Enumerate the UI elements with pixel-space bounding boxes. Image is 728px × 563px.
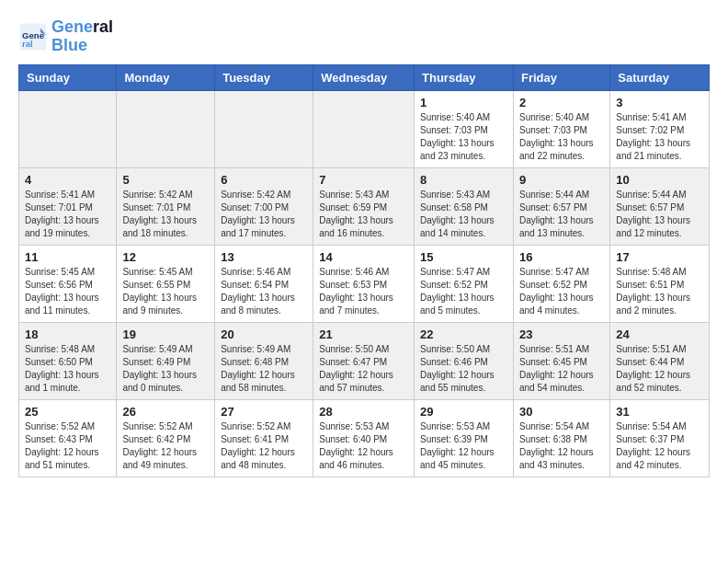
day-number: 5	[122, 173, 209, 187]
day-number: 9	[519, 173, 604, 187]
calendar-cell: 31Sunrise: 5:54 AM Sunset: 6:37 PM Dayli…	[610, 399, 710, 477]
day-number: 11	[25, 250, 110, 264]
calendar-cell: 9Sunrise: 5:44 AM Sunset: 6:57 PM Daylig…	[513, 167, 609, 245]
calendar-cell: 13Sunrise: 5:46 AM Sunset: 6:54 PM Dayli…	[215, 245, 313, 322]
calendar-cell: 24Sunrise: 5:51 AM Sunset: 6:44 PM Dayli…	[610, 322, 710, 399]
day-number: 18	[25, 327, 110, 341]
calendar-cell: 4Sunrise: 5:41 AM Sunset: 7:01 PM Daylig…	[19, 167, 117, 245]
day-number: 10	[616, 173, 703, 187]
day-info: Sunrise: 5:50 AM Sunset: 6:46 PM Dayligh…	[420, 343, 507, 395]
day-info: Sunrise: 5:48 AM Sunset: 6:50 PM Dayligh…	[25, 343, 110, 395]
calendar-cell: 14Sunrise: 5:46 AM Sunset: 6:53 PM Dayli…	[313, 245, 415, 322]
day-number: 12	[122, 250, 209, 264]
calendar-cell: 5Sunrise: 5:42 AM Sunset: 7:01 PM Daylig…	[117, 167, 215, 245]
calendar-cell: 29Sunrise: 5:53 AM Sunset: 6:39 PM Dayli…	[415, 399, 514, 477]
day-info: Sunrise: 5:41 AM Sunset: 7:02 PM Dayligh…	[616, 111, 703, 163]
day-number: 20	[221, 327, 307, 341]
day-info: Sunrise: 5:52 AM Sunset: 6:42 PM Dayligh…	[122, 420, 209, 472]
calendar-cell: 7Sunrise: 5:43 AM Sunset: 6:59 PM Daylig…	[313, 167, 415, 245]
calendar-cell: 12Sunrise: 5:45 AM Sunset: 6:55 PM Dayli…	[117, 245, 215, 322]
day-info: Sunrise: 5:44 AM Sunset: 6:57 PM Dayligh…	[616, 189, 703, 240]
day-number: 30	[519, 405, 604, 419]
calendar-cell: 2Sunrise: 5:40 AM Sunset: 7:03 PM Daylig…	[513, 90, 609, 167]
calendar-cell: 3Sunrise: 5:41 AM Sunset: 7:02 PM Daylig…	[610, 90, 710, 167]
day-info: Sunrise: 5:47 AM Sunset: 6:52 PM Dayligh…	[420, 266, 507, 317]
day-info: Sunrise: 5:42 AM Sunset: 7:01 PM Dayligh…	[122, 189, 209, 240]
day-number: 23	[519, 327, 604, 341]
week-row-1: 1Sunrise: 5:40 AM Sunset: 7:03 PM Daylig…	[19, 90, 710, 167]
logo: Gene ral General Blue	[18, 18, 113, 55]
calendar-cell: 11Sunrise: 5:45 AM Sunset: 6:56 PM Dayli…	[19, 245, 117, 322]
day-info: Sunrise: 5:45 AM Sunset: 6:55 PM Dayligh…	[122, 266, 209, 317]
calendar-cell: 19Sunrise: 5:49 AM Sunset: 6:49 PM Dayli…	[117, 322, 215, 399]
day-info: Sunrise: 5:43 AM Sunset: 6:58 PM Dayligh…	[420, 189, 507, 240]
calendar-cell: 15Sunrise: 5:47 AM Sunset: 6:52 PM Dayli…	[415, 245, 514, 322]
week-row-4: 18Sunrise: 5:48 AM Sunset: 6:50 PM Dayli…	[19, 322, 710, 399]
calendar-cell: 18Sunrise: 5:48 AM Sunset: 6:50 PM Dayli…	[19, 322, 117, 399]
week-row-2: 4Sunrise: 5:41 AM Sunset: 7:01 PM Daylig…	[19, 167, 710, 245]
calendar-cell: 23Sunrise: 5:51 AM Sunset: 6:45 PM Dayli…	[513, 322, 609, 399]
day-number: 27	[221, 405, 307, 419]
day-number: 25	[25, 405, 110, 419]
calendar-cell: 28Sunrise: 5:53 AM Sunset: 6:40 PM Dayli…	[313, 399, 415, 477]
day-number: 16	[519, 250, 604, 264]
calendar: SundayMondayTuesdayWednesdayThursdayFrid…	[18, 64, 710, 477]
day-number: 22	[420, 327, 507, 341]
week-row-3: 11Sunrise: 5:45 AM Sunset: 6:56 PM Dayli…	[19, 245, 710, 322]
calendar-cell	[117, 90, 215, 167]
header: Gene ral General Blue	[18, 18, 710, 55]
day-info: Sunrise: 5:42 AM Sunset: 7:00 PM Dayligh…	[221, 189, 307, 240]
day-number: 19	[122, 327, 209, 341]
day-number: 6	[221, 173, 307, 187]
logo-text-line1: General	[51, 18, 113, 37]
calendar-cell: 20Sunrise: 5:49 AM Sunset: 6:48 PM Dayli…	[215, 322, 313, 399]
calendar-cell: 30Sunrise: 5:54 AM Sunset: 6:38 PM Dayli…	[513, 399, 609, 477]
day-info: Sunrise: 5:50 AM Sunset: 6:47 PM Dayligh…	[319, 343, 408, 395]
day-info: Sunrise: 5:49 AM Sunset: 6:49 PM Dayligh…	[122, 343, 209, 395]
day-info: Sunrise: 5:43 AM Sunset: 6:59 PM Dayligh…	[319, 189, 408, 240]
week-row-5: 25Sunrise: 5:52 AM Sunset: 6:43 PM Dayli…	[19, 399, 710, 477]
day-info: Sunrise: 5:46 AM Sunset: 6:53 PM Dayligh…	[319, 266, 408, 317]
calendar-cell: 8Sunrise: 5:43 AM Sunset: 6:58 PM Daylig…	[415, 167, 514, 245]
calendar-cell: 1Sunrise: 5:40 AM Sunset: 7:03 PM Daylig…	[415, 90, 514, 167]
weekday-header-monday: Monday	[117, 64, 215, 90]
logo-text-line2: Blue	[51, 37, 113, 55]
day-number: 2	[519, 96, 604, 109]
calendar-cell	[215, 90, 313, 167]
day-info: Sunrise: 5:40 AM Sunset: 7:03 PM Dayligh…	[420, 111, 507, 163]
svg-text:ral: ral	[22, 39, 33, 49]
calendar-cell: 6Sunrise: 5:42 AM Sunset: 7:00 PM Daylig…	[215, 167, 313, 245]
day-info: Sunrise: 5:52 AM Sunset: 6:43 PM Dayligh…	[25, 420, 110, 472]
calendar-cell	[313, 90, 415, 167]
weekday-header-sunday: Sunday	[19, 64, 117, 90]
day-number: 29	[420, 405, 507, 419]
day-info: Sunrise: 5:52 AM Sunset: 6:41 PM Dayligh…	[221, 420, 307, 472]
day-info: Sunrise: 5:51 AM Sunset: 6:44 PM Dayligh…	[616, 343, 703, 395]
day-info: Sunrise: 5:47 AM Sunset: 6:52 PM Dayligh…	[519, 266, 604, 317]
calendar-cell: 10Sunrise: 5:44 AM Sunset: 6:57 PM Dayli…	[610, 167, 710, 245]
day-number: 14	[319, 250, 408, 264]
calendar-cell: 22Sunrise: 5:50 AM Sunset: 6:46 PM Dayli…	[415, 322, 514, 399]
day-info: Sunrise: 5:49 AM Sunset: 6:48 PM Dayligh…	[221, 343, 307, 395]
day-number: 15	[420, 250, 507, 264]
calendar-cell: 27Sunrise: 5:52 AM Sunset: 6:41 PM Dayli…	[215, 399, 313, 477]
weekday-header-friday: Friday	[513, 64, 609, 90]
day-info: Sunrise: 5:48 AM Sunset: 6:51 PM Dayligh…	[616, 266, 703, 317]
weekday-header-wednesday: Wednesday	[313, 64, 415, 90]
day-info: Sunrise: 5:54 AM Sunset: 6:37 PM Dayligh…	[616, 420, 703, 472]
day-number: 17	[616, 250, 703, 264]
day-info: Sunrise: 5:44 AM Sunset: 6:57 PM Dayligh…	[519, 189, 604, 240]
day-info: Sunrise: 5:40 AM Sunset: 7:03 PM Dayligh…	[519, 111, 604, 163]
day-number: 4	[25, 173, 110, 187]
day-info: Sunrise: 5:51 AM Sunset: 6:45 PM Dayligh…	[519, 343, 604, 395]
calendar-cell: 17Sunrise: 5:48 AM Sunset: 6:51 PM Dayli…	[610, 245, 710, 322]
day-number: 31	[616, 405, 703, 419]
weekday-header-thursday: Thursday	[415, 64, 514, 90]
day-number: 28	[319, 405, 408, 419]
calendar-cell: 21Sunrise: 5:50 AM Sunset: 6:47 PM Dayli…	[313, 322, 415, 399]
day-info: Sunrise: 5:53 AM Sunset: 6:39 PM Dayligh…	[420, 420, 507, 472]
calendar-cell: 16Sunrise: 5:47 AM Sunset: 6:52 PM Dayli…	[513, 245, 609, 322]
day-number: 3	[616, 96, 703, 109]
day-number: 8	[420, 173, 507, 187]
weekday-header-tuesday: Tuesday	[215, 64, 313, 90]
